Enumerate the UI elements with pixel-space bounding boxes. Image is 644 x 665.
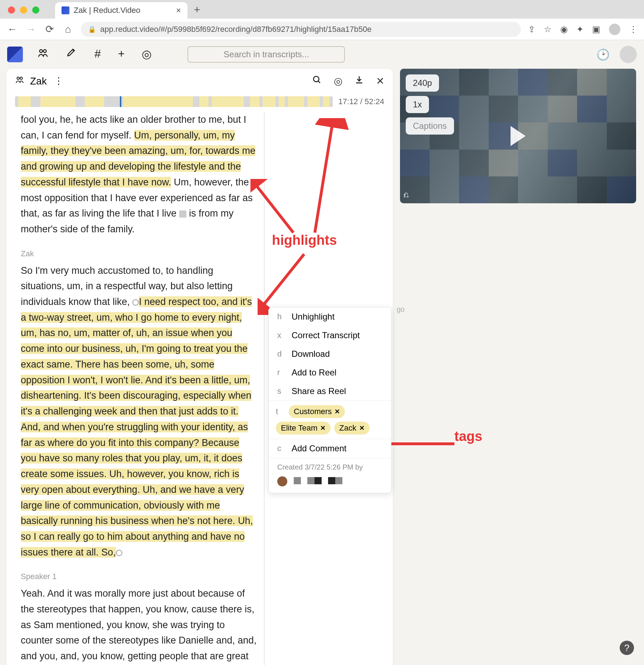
reload-button[interactable]: ⟳ xyxy=(44,23,55,35)
captions-chip[interactable]: Captions xyxy=(406,117,454,135)
minimize-window-button[interactable] xyxy=(20,6,27,14)
extension-1-icon[interactable]: ◉ xyxy=(560,24,568,34)
forward-button[interactable]: → xyxy=(25,24,36,35)
ctx-add-to-reel[interactable]: rAdd to Reel xyxy=(269,363,391,382)
svg-point-4 xyxy=(313,76,319,82)
redacted-word xyxy=(179,210,186,218)
ctx-share-as-reel[interactable]: sShare as Reel xyxy=(269,382,391,401)
history-icon[interactable]: 🕑 xyxy=(596,48,610,61)
speakers-icon[interactable] xyxy=(37,47,49,62)
quality-chip[interactable]: 240p xyxy=(406,74,439,92)
lock-icon: 🔒 xyxy=(88,25,96,33)
new-tab-button[interactable]: + xyxy=(194,4,200,19)
hashtag-icon[interactable]: # xyxy=(94,47,101,62)
transcript-paragraph: So I'm very much accustomed to, to handl… xyxy=(21,263,257,560)
browser-tab-bar: Zak | Reduct.Video × + xyxy=(0,0,644,19)
time-ago: go xyxy=(397,305,405,314)
home-button[interactable]: ⌂ xyxy=(62,24,74,35)
tag-zack[interactable]: Zack✕ xyxy=(334,422,370,435)
tag-customers[interactable]: Customers✕ xyxy=(289,405,345,418)
ctx-unhighlight[interactable]: hUnhighlight xyxy=(269,307,391,326)
search-icon[interactable] xyxy=(312,75,322,87)
selection-handle-start[interactable] xyxy=(132,299,139,306)
more-icon[interactable]: ⋮ xyxy=(54,76,63,87)
svg-point-2 xyxy=(17,77,19,79)
app-toolbar: # + ◎ Search in transcripts... 🕑 xyxy=(0,40,644,69)
tags-row: t Customers✕Elite Team✕Zack✕ xyxy=(269,401,391,439)
user-avatar[interactable] xyxy=(620,46,637,63)
tab-title: Zak | Reduct.Video xyxy=(74,6,172,15)
url-text: app.reduct.video/#/p/5998b5f692/recordin… xyxy=(100,25,371,34)
video-player[interactable]: 240p 1x Captions ⎌ xyxy=(400,69,636,203)
chrome-menu-icon[interactable]: ⋮ xyxy=(629,24,638,34)
panel-icon[interactable]: ▣ xyxy=(592,24,600,34)
share-icon[interactable]: ⇪ xyxy=(528,24,535,34)
download-icon[interactable] xyxy=(355,75,364,87)
selection-handle-end[interactable] xyxy=(116,550,122,556)
time-label: 17:12 / 52:24 xyxy=(338,97,384,106)
speaker-label: Speaker 1 xyxy=(21,570,379,583)
speed-chip[interactable]: 1x xyxy=(406,96,429,113)
address-bar[interactable]: 🔒 app.reduct.video/#/p/5998b5f692/record… xyxy=(81,22,521,37)
highlight-context-menu: go hUnhighlightxCorrect TranscriptdDownl… xyxy=(268,307,391,493)
recording-name: Zak xyxy=(30,76,47,87)
speakers-icon[interactable] xyxy=(15,75,24,87)
search-input[interactable]: Search in transcripts... xyxy=(187,46,345,63)
remove-tag-icon[interactable]: ✕ xyxy=(359,424,365,432)
remove-tag-icon[interactable]: ✕ xyxy=(320,424,326,432)
app-logo[interactable] xyxy=(7,47,23,62)
ctx-download[interactable]: dDownload xyxy=(269,345,391,363)
transcript-paragraph: fool you, he, he acts like an older brot… xyxy=(21,112,257,237)
timeline[interactable] xyxy=(15,96,333,107)
highlighted-text[interactable]: I need respect too, and it's a two-way s… xyxy=(21,296,253,558)
tags-key: t xyxy=(276,407,282,416)
created-by xyxy=(269,476,391,493)
tab-favicon xyxy=(62,6,69,14)
target-icon[interactable]: ◎ xyxy=(142,47,152,62)
tag-elite-team[interactable]: Elite Team✕ xyxy=(276,422,331,435)
svg-point-1 xyxy=(43,50,46,53)
browser-toolbar: ← → ⟳ ⌂ 🔒 app.reduct.video/#/p/5998b5f69… xyxy=(0,19,644,40)
speaker-label: Zak xyxy=(21,247,379,260)
profile-avatar[interactable] xyxy=(609,24,620,35)
created-label: Created 3/7/22 5:26 PM by xyxy=(269,458,391,476)
back-button[interactable]: ← xyxy=(6,24,18,35)
maximize-window-button[interactable] xyxy=(32,6,39,14)
play-button[interactable] xyxy=(511,126,526,146)
close-icon[interactable]: ✕ xyxy=(376,75,384,87)
window-controls xyxy=(6,6,44,19)
svg-line-5 xyxy=(318,81,320,83)
add-comment-row[interactable]: c Add Comment xyxy=(269,439,391,458)
close-window-button[interactable] xyxy=(8,6,15,14)
bookmark-icon[interactable]: ☆ xyxy=(544,24,552,34)
remove-tag-icon[interactable]: ✕ xyxy=(335,408,340,416)
transcript-paragraph: Yeah. And it was morally more just about… xyxy=(21,586,257,665)
cast-icon[interactable]: ⎌ xyxy=(404,190,409,200)
close-tab-button[interactable]: × xyxy=(176,5,181,15)
plus-icon[interactable]: + xyxy=(118,47,125,62)
svg-point-3 xyxy=(20,77,23,79)
extensions-icon[interactable]: ✦ xyxy=(576,24,584,34)
svg-point-0 xyxy=(40,50,43,53)
ctx-correct-transcript[interactable]: xCorrect Transcript xyxy=(269,326,391,345)
browser-tab[interactable]: Zak | Reduct.Video × xyxy=(55,2,187,19)
highlighter-icon[interactable] xyxy=(66,47,77,62)
search-placeholder: Search in transcripts... xyxy=(224,49,309,59)
target-icon[interactable]: ◎ xyxy=(334,75,342,87)
help-button[interactable]: ? xyxy=(620,641,634,655)
